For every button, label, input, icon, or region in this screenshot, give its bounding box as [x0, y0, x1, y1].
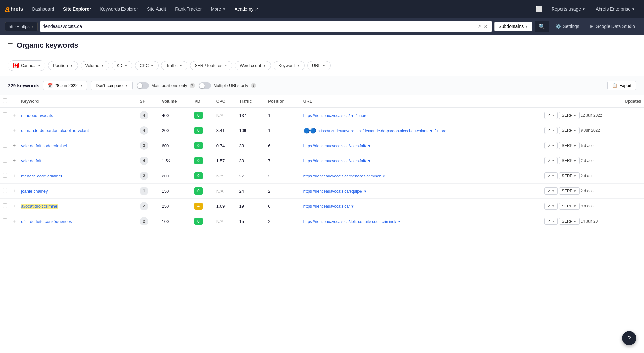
url-link[interactable]: https://riendeauavocats.ca/voies-fait/	[303, 144, 366, 148]
chart-button[interactable]: ↗ ▼	[544, 127, 558, 134]
search-button[interactable]: 🔍	[535, 21, 549, 32]
serp-button[interactable]: SERP ▼	[559, 218, 580, 225]
serp-button[interactable]: SERP ▼	[559, 187, 580, 195]
serp-button[interactable]: SERP ▼	[559, 203, 580, 210]
subdomain-selector[interactable]: Subdomains ▼	[494, 22, 532, 31]
date-picker[interactable]: 📅 28 Jun 2022 ▼	[43, 81, 87, 90]
position-header[interactable]: Position	[265, 95, 301, 108]
serp-button[interactable]: SERP ▼	[559, 157, 580, 164]
url-link[interactable]: https://riendeauavocats.ca/	[303, 204, 350, 209]
select-all-checkbox[interactable]	[3, 98, 7, 103]
row-checkbox[interactable]	[3, 158, 7, 163]
serp-button[interactable]: SERP ▼	[559, 127, 580, 134]
reports-usage-button[interactable]: Reports usage▼	[548, 4, 589, 14]
traffic-header[interactable]: Traffic	[237, 95, 266, 108]
nav-site-explorer[interactable]: Site Explorer	[59, 4, 95, 14]
keyword-link[interactable]: délit de fuite conséquences	[21, 219, 72, 224]
filter-position[interactable]: Position▼	[48, 61, 78, 70]
help-fab[interactable]: ?	[622, 331, 636, 345]
keyword-header[interactable]: Keyword	[18, 95, 137, 108]
chart-button[interactable]: ↗ ▼	[544, 172, 558, 179]
chart-button[interactable]: ↗ ▼	[544, 112, 558, 119]
serp-button[interactable]: SERP ▼	[559, 142, 580, 149]
row-expand-cell[interactable]: +	[10, 168, 18, 184]
url-more-link[interactable]: 2 more	[434, 129, 446, 133]
chart-button[interactable]: ↗ ▼	[544, 218, 558, 225]
keyword-link[interactable]: demande de pardon alcool au volant	[21, 128, 89, 133]
multiple-urls-help-icon[interactable]: ?	[251, 83, 256, 88]
keyword-link[interactable]: riendeau avocats	[21, 113, 53, 118]
row-checkbox[interactable]	[3, 188, 7, 193]
row-expand-cell[interactable]: +	[10, 138, 18, 153]
filter-cpc[interactable]: CPC▼	[135, 61, 159, 70]
enterprise-button[interactable]: Ahrefs Enterprise▼	[592, 4, 639, 14]
sf-header[interactable]: SF	[137, 95, 159, 108]
row-checkbox[interactable]	[3, 203, 7, 208]
filter-volume[interactable]: Volume▼	[81, 61, 109, 70]
chart-button[interactable]: ↗ ▼	[544, 142, 558, 149]
chart-button[interactable]: ↗ ▼	[544, 157, 558, 164]
filter-keyword[interactable]: Keyword▼	[274, 61, 304, 70]
nav-dashboard[interactable]: Dashboard	[28, 4, 58, 14]
multiple-urls-toggle[interactable]	[199, 82, 211, 89]
chart-button[interactable]: ↗ ▼	[544, 187, 558, 195]
serp-button[interactable]: SERP ▼	[559, 172, 580, 179]
google-data-studio-button[interactable]: ⊞Google Data Studio	[586, 22, 639, 31]
filter-traffic[interactable]: Traffic▼	[161, 61, 187, 70]
url-dropdown-icon[interactable]: ▼	[429, 129, 433, 133]
nav-rank-tracker[interactable]: Rank Tracker	[171, 4, 206, 14]
compare-button[interactable]: Don't compare ▼	[91, 81, 133, 90]
cpc-header[interactable]: CPC	[214, 95, 237, 108]
url-link[interactable]: https://riendeauavocats.ca/voies-fait/	[303, 159, 366, 163]
row-checkbox[interactable]	[3, 112, 7, 117]
filter-serp-features[interactable]: SERP features▼	[190, 61, 233, 70]
filter-canada[interactable]: 🇨🇦 Canada ▼	[8, 60, 45, 71]
filter-url[interactable]: URL▼	[307, 61, 331, 70]
keyword-link[interactable]: voie de fait code criminel	[21, 143, 67, 148]
url-link[interactable]: https://riendeauavocats.ca/demande-de-pa…	[317, 129, 428, 133]
kd-header[interactable]: KD	[192, 95, 214, 108]
row-checkbox[interactable]	[3, 173, 7, 178]
volume-header[interactable]: Volume	[159, 95, 192, 108]
row-checkbox[interactable]	[3, 218, 7, 223]
row-expand-cell[interactable]: +	[10, 153, 18, 168]
url-dropdown-icon[interactable]: ▼	[367, 159, 371, 163]
nav-more[interactable]: More▼	[207, 4, 229, 14]
url-link[interactable]: https://riendeauavocats.ca/	[303, 113, 350, 118]
keyword-link[interactable]: menace code criminel	[21, 174, 62, 178]
filter-word-count[interactable]: Word count▼	[235, 61, 271, 70]
keyword-link[interactable]: joanie chainey	[21, 189, 48, 194]
main-positions-help-icon[interactable]: ?	[190, 83, 195, 88]
url-input[interactable]	[43, 24, 476, 29]
nav-site-audit[interactable]: Site Audit	[143, 4, 170, 14]
row-expand-cell[interactable]: +	[10, 184, 18, 199]
updated-header[interactable]: Updated	[542, 95, 644, 108]
row-checkbox[interactable]	[3, 128, 7, 132]
clear-url-icon[interactable]: ✕	[482, 24, 489, 30]
row-expand-cell[interactable]: +	[10, 214, 18, 229]
url-link[interactable]: https://riendeauavocats.ca/delit-de-fuit…	[303, 219, 396, 224]
nav-keywords-explorer[interactable]: Keywords Explorer	[96, 4, 142, 14]
url-dropdown-icon[interactable]: ▼	[382, 174, 386, 178]
nav-academy[interactable]: Academy ↗	[231, 4, 262, 14]
url-more-link[interactable]: 4 more	[355, 113, 367, 118]
keyword-link[interactable]: voie de fait	[21, 158, 41, 163]
settings-button[interactable]: ⚙️Settings	[552, 22, 583, 31]
url-dropdown-icon[interactable]: ▼	[351, 114, 354, 118]
url-dropdown-icon[interactable]: ▼	[363, 189, 367, 193]
url-dropdown-icon[interactable]: ▼	[367, 144, 371, 148]
row-expand-cell[interactable]: +	[10, 199, 18, 214]
main-positions-toggle[interactable]	[137, 82, 149, 89]
url-link[interactable]: https://riendeauavocats.ca/menaces-crimi…	[303, 174, 381, 178]
monitor-icon[interactable]: ⬜	[533, 3, 545, 15]
url-dropdown-icon[interactable]: ▼	[398, 220, 401, 224]
url-link[interactable]: https://riendeauavocats.ca/equipe/	[303, 189, 362, 194]
serp-button[interactable]: SERP ▼	[559, 112, 580, 119]
row-expand-cell[interactable]: +	[10, 108, 18, 123]
url-dropdown-icon[interactable]: ▼	[351, 205, 354, 208]
keyword-link[interactable]: avocat droit criminel	[21, 204, 58, 209]
filter-kd[interactable]: KD▼	[112, 61, 132, 70]
row-expand-cell[interactable]: +	[10, 123, 18, 138]
external-link-icon[interactable]: ↗	[476, 24, 482, 30]
row-checkbox[interactable]	[3, 143, 7, 148]
